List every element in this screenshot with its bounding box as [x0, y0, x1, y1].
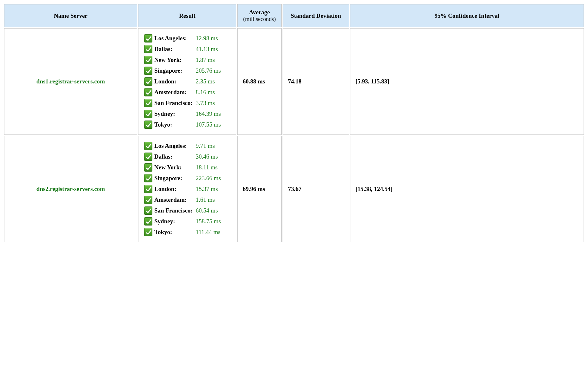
location-value: 60.54 ms — [195, 205, 221, 216]
status-icon-cell — [144, 44, 154, 55]
status-icon-cell — [144, 119, 154, 130]
check-icon — [144, 77, 152, 86]
location-row: Sydney:158.75 ms — [144, 216, 221, 227]
name-server-cell: dns2.registrar-servers.com — [4, 136, 137, 242]
dns-results-table: Name Server Result Average (milliseconds… — [3, 3, 585, 243]
location-value: 15.37 ms — [195, 184, 221, 194]
location-value: 205.76 ms — [195, 65, 221, 76]
check-icon — [144, 163, 152, 172]
table-row: dns2.registrar-servers.comLos Angeles:9.… — [4, 136, 584, 242]
col-average: Average (milliseconds) — [237, 4, 282, 27]
table-row: dns1.registrar-servers.comLos Angeles:12… — [4, 28, 584, 135]
col-std-dev: Standard Deviation — [283, 4, 349, 27]
location-value: 158.75 ms — [195, 216, 221, 227]
location-name: Tokyo: — [154, 119, 195, 130]
col-average-label: Average — [249, 9, 270, 16]
status-icon-cell — [144, 173, 154, 184]
location-name: Dallas: — [154, 44, 195, 55]
status-icon-cell — [144, 205, 154, 216]
location-value: 9.71 ms — [195, 141, 221, 151]
location-row: Los Angeles:9.71 ms — [144, 141, 221, 151]
check-icon — [144, 110, 152, 118]
status-icon-cell — [144, 87, 154, 98]
check-icon — [144, 88, 152, 96]
status-icon-cell — [144, 194, 154, 205]
check-icon — [144, 228, 152, 236]
location-name: New York: — [154, 55, 195, 65]
check-icon — [144, 196, 152, 204]
location-value: 3.73 ms — [195, 98, 221, 108]
std-dev-cell: 73.67 — [283, 136, 349, 242]
location-value: 1.61 ms — [195, 194, 221, 205]
location-name: Singapore: — [154, 65, 195, 76]
check-icon — [144, 206, 152, 215]
location-value: 107.55 ms — [195, 119, 221, 130]
location-row: Dallas:41.13 ms — [144, 44, 221, 55]
location-value: 223.66 ms — [195, 173, 221, 184]
location-row: Singapore:205.76 ms — [144, 65, 221, 76]
check-icon — [144, 34, 152, 43]
location-row: San Francisco:3.73 ms — [144, 98, 221, 108]
location-name: Sydney: — [154, 108, 195, 119]
location-name: Singapore: — [154, 173, 195, 184]
location-value: 111.44 ms — [195, 227, 221, 238]
locations-table: Los Angeles:9.71 msDallas:30.46 msNew Yo… — [144, 141, 221, 238]
location-row: Sydney:164.39 ms — [144, 108, 221, 119]
status-icon-cell — [144, 141, 154, 151]
location-row: Amsterdam:8.16 ms — [144, 87, 221, 98]
location-row: New York:18.11 ms — [144, 162, 221, 173]
status-icon-cell — [144, 108, 154, 119]
location-row: Amsterdam:1.61 ms — [144, 194, 221, 205]
status-icon-cell — [144, 184, 154, 194]
location-value: 41.13 ms — [195, 44, 221, 55]
check-icon — [144, 99, 152, 107]
location-row: Tokyo:111.44 ms — [144, 227, 221, 238]
location-value: 30.46 ms — [195, 151, 221, 162]
location-value: 1.87 ms — [195, 55, 221, 65]
status-icon-cell — [144, 98, 154, 108]
col-name-server: Name Server — [4, 4, 137, 27]
result-cell: Los Angeles:9.71 msDallas:30.46 msNew Yo… — [138, 136, 236, 242]
check-icon — [144, 185, 152, 193]
status-icon-cell — [144, 216, 154, 227]
location-value: 12.98 ms — [195, 33, 221, 44]
location-row: Tokyo:107.55 ms — [144, 119, 221, 130]
location-value: 18.11 ms — [195, 162, 221, 173]
check-icon — [144, 174, 152, 182]
status-icon-cell — [144, 162, 154, 173]
location-row: London:15.37 ms — [144, 184, 221, 194]
check-icon — [144, 56, 152, 64]
ci-cell: [5.93, 115.83] — [350, 28, 584, 135]
ci-cell: [15.38, 124.54] — [350, 136, 584, 242]
location-name: Los Angeles: — [154, 33, 195, 44]
status-icon-cell — [144, 151, 154, 162]
location-row: Singapore:223.66 ms — [144, 173, 221, 184]
location-name: Tokyo: — [154, 227, 195, 238]
col-average-sub: (milliseconds) — [241, 16, 278, 23]
location-row: London:2.35 ms — [144, 76, 221, 87]
location-name: Dallas: — [154, 151, 195, 162]
location-name: Los Angeles: — [154, 141, 195, 151]
location-name: San Francisco: — [154, 205, 195, 216]
location-row: New York:1.87 ms — [144, 55, 221, 65]
location-name: Amsterdam: — [154, 87, 195, 98]
check-icon — [144, 217, 152, 226]
location-name: London: — [154, 184, 195, 194]
status-icon-cell — [144, 33, 154, 44]
check-icon — [144, 45, 152, 53]
location-value: 2.35 ms — [195, 76, 221, 87]
location-row: Los Angeles:12.98 ms — [144, 33, 221, 44]
name-server-cell: dns1.registrar-servers.com — [4, 28, 137, 135]
location-row: San Francisco:60.54 ms — [144, 205, 221, 216]
check-icon — [144, 67, 152, 75]
location-value: 164.39 ms — [195, 108, 221, 119]
std-dev-cell: 74.18 — [283, 28, 349, 135]
status-icon-cell — [144, 76, 154, 87]
locations-table: Los Angeles:12.98 msDallas:41.13 msNew Y… — [144, 33, 221, 130]
status-icon-cell — [144, 65, 154, 76]
location-name: San Francisco: — [154, 98, 195, 108]
location-name: Amsterdam: — [154, 194, 195, 205]
check-icon — [144, 142, 152, 150]
check-icon — [144, 121, 152, 129]
location-value: 8.16 ms — [195, 87, 221, 98]
